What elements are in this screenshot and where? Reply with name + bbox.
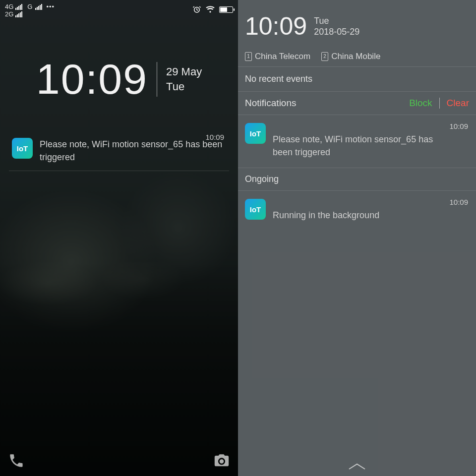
network-2g-label: 2G bbox=[5, 10, 13, 18]
lockscreen: 4G G ••• 2G bbox=[0, 0, 238, 476]
camera-icon[interactable] bbox=[213, 452, 230, 469]
events-label: No recent events bbox=[238, 67, 476, 92]
lock-clock: 10:09 29 May Tue bbox=[0, 55, 238, 104]
sim-row: 1 China Telecom 2 China Mobile bbox=[238, 48, 476, 67]
more-icon: ••• bbox=[46, 3, 55, 10]
notifications-header: Notifications bbox=[245, 98, 297, 109]
ongoing-notification[interactable]: IoT Running in the background 10:09 bbox=[238, 191, 476, 231]
clock-divider bbox=[157, 62, 157, 97]
sim-slot-icon: 2 bbox=[321, 52, 328, 61]
ongoing-header: Ongoing bbox=[238, 168, 476, 191]
shade-day: Tue bbox=[314, 15, 359, 26]
sim-1[interactable]: 1 China Telecom bbox=[245, 52, 310, 61]
carrier-extra: G bbox=[27, 3, 32, 10]
signal-bars-icon bbox=[35, 4, 42, 10]
sim-slot-icon: 1 bbox=[245, 52, 252, 61]
network-4g-label: 4G bbox=[5, 3, 13, 10]
notification-shade: 10:09 Tue 2018-05-29 1 China Telecom 2 C… bbox=[238, 0, 476, 476]
shade-clock: 10:09 Tue 2018-05-29 bbox=[238, 0, 476, 48]
notification-time: 10:09 bbox=[449, 198, 468, 206]
iot-app-icon: IoT bbox=[12, 138, 33, 159]
shade-date: 2018-05-29 bbox=[314, 26, 359, 37]
block-button[interactable]: Block bbox=[409, 98, 432, 109]
lock-day: Tue bbox=[166, 79, 202, 94]
signal-bars-icon bbox=[15, 4, 22, 10]
battery-icon bbox=[219, 6, 233, 13]
shade-notification[interactable]: IoT Please note, WiFi motion sensor_65 h… bbox=[238, 115, 476, 168]
status-bar: 4G G ••• 2G bbox=[0, 0, 238, 24]
signal-row-2: 2G bbox=[5, 10, 55, 18]
wifi-icon bbox=[205, 5, 215, 13]
lock-time: 10:09 bbox=[36, 55, 148, 104]
notification-text: Please note, WiFi motion sensor_65 has b… bbox=[273, 123, 441, 159]
divider bbox=[439, 98, 440, 109]
sim-1-name: China Telecom bbox=[255, 52, 310, 61]
notification-time: 10:09 bbox=[449, 122, 468, 130]
notification-time: 10:09 bbox=[205, 133, 224, 141]
lock-date: 29 May bbox=[166, 64, 202, 79]
shade-time: 10:09 bbox=[245, 12, 307, 41]
sim-2[interactable]: 2 China Mobile bbox=[321, 52, 380, 61]
phone-icon[interactable] bbox=[8, 452, 25, 469]
signal-row-1: 4G G ••• bbox=[5, 3, 55, 10]
signal-bars-icon bbox=[15, 11, 22, 17]
shade-handle[interactable] bbox=[238, 462, 476, 471]
notification-text: Please note, WiFi motion sensor_65 has b… bbox=[40, 138, 226, 164]
lockscreen-notification[interactable]: IoT Please note, WiFi motion sensor_65 h… bbox=[9, 133, 229, 171]
notification-text: Running in the background bbox=[273, 199, 379, 222]
clear-button[interactable]: Clear bbox=[447, 98, 469, 109]
sim-2-name: China Mobile bbox=[331, 52, 380, 61]
iot-app-icon: IoT bbox=[245, 199, 266, 220]
iot-app-icon: IoT bbox=[245, 123, 266, 144]
alarm-icon bbox=[192, 5, 201, 14]
